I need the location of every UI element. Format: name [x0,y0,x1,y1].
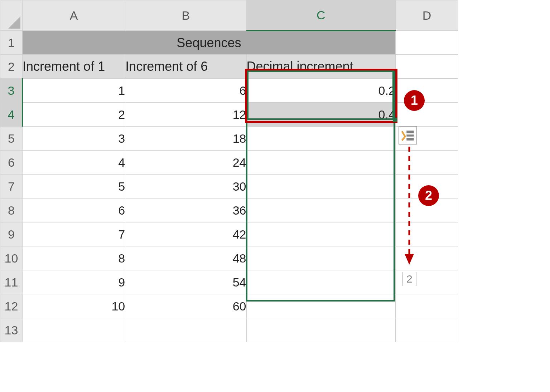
row-header-3[interactable]: 3 [0,79,23,103]
header-C[interactable]: Decimal increment [246,55,395,79]
cell-B13[interactable] [125,318,246,342]
cell-A5[interactable]: 3 [23,127,125,151]
col-header-C[interactable]: C [246,0,395,31]
cell-A13[interactable] [23,318,125,342]
svg-rect-1 [406,131,414,133]
row-header-4[interactable]: 4 [0,103,23,127]
cell-B5[interactable]: 18 [125,127,246,151]
cell-B6[interactable]: 24 [125,151,246,175]
cell-A12[interactable]: 10 [23,294,125,318]
cell-C3[interactable]: 0.2 [246,79,395,103]
cell-C7[interactable] [246,175,395,199]
quick-analysis-button[interactable] [399,126,417,144]
cell-C4[interactable]: 0.4 [246,103,395,127]
spreadsheet-grid[interactable]: A B C D 1 Sequences 2 Increment of 1 Inc… [0,0,458,342]
cell-D2[interactable] [395,55,458,79]
svg-marker-0 [8,16,20,29]
cell-B11[interactable]: 54 [125,270,246,294]
annotation-callout-2: 2 [418,185,439,206]
row-header-9[interactable]: 9 [0,222,23,246]
row-header-8[interactable]: 8 [0,199,23,222]
row-header-11[interactable]: 11 [0,270,23,294]
select-all-corner[interactable] [0,0,23,31]
title-cell[interactable]: Sequences [23,31,396,55]
cell-C11[interactable] [246,270,395,294]
cell-C13[interactable] [246,318,395,342]
row-header-7[interactable]: 7 [0,175,23,199]
drag-value-tooltip: 2 [402,272,416,286]
cell-A6[interactable]: 4 [23,151,125,175]
row-header-13[interactable]: 13 [0,318,23,342]
cell-A7[interactable]: 5 [23,175,125,199]
cell-B3[interactable]: 6 [125,79,246,103]
cell-C5[interactable] [246,127,395,151]
svg-marker-5 [405,254,414,265]
col-header-D[interactable]: D [395,0,458,31]
cell-D4[interactable] [395,103,458,127]
cell-D1[interactable] [395,31,458,55]
cell-A10[interactable]: 8 [23,246,125,270]
cell-B8[interactable]: 36 [125,199,246,222]
row-header-10[interactable]: 10 [0,246,23,270]
annotation-callout-1: 1 [404,90,425,111]
cell-B10[interactable]: 48 [125,246,246,270]
cell-A3[interactable]: 1 [23,79,125,103]
col-header-B[interactable]: B [125,0,246,31]
row-header-1[interactable]: 1 [0,31,23,55]
cell-C12[interactable] [246,294,395,318]
cell-A8[interactable]: 6 [23,199,125,222]
svg-rect-2 [406,134,414,137]
cell-D13[interactable] [395,318,458,342]
cell-B7[interactable]: 30 [125,175,246,199]
row-header-2[interactable]: 2 [0,55,23,79]
header-A[interactable]: Increment of 1 [23,55,125,79]
cell-B9[interactable]: 42 [125,222,246,246]
drag-arrow [404,147,415,265]
row-header-5[interactable]: 5 [0,127,23,151]
row-header-6[interactable]: 6 [0,151,23,175]
cell-C6[interactable] [246,151,395,175]
cell-A9[interactable]: 7 [23,222,125,246]
cell-C9[interactable] [246,222,395,246]
cell-B12[interactable]: 60 [125,294,246,318]
svg-rect-3 [406,138,414,140]
cell-B4[interactable]: 12 [125,103,246,127]
cell-C8[interactable] [246,199,395,222]
header-B[interactable]: Increment of 6 [125,55,246,79]
row-header-12[interactable]: 12 [0,294,23,318]
col-header-A[interactable]: A [23,0,125,31]
cell-A4[interactable]: 2 [23,103,125,127]
cell-A11[interactable]: 9 [23,270,125,294]
cell-C10[interactable] [246,246,395,270]
cell-D12[interactable] [395,294,458,318]
